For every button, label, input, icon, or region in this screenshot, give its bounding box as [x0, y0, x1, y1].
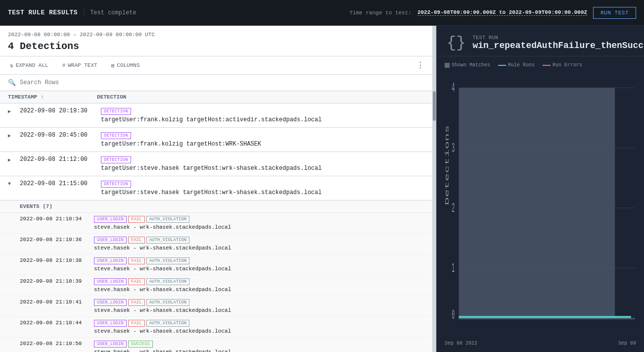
y-label-0: 0	[452, 307, 455, 322]
event-text-7: steve.hasek - wrk-shasek.stackedpads.loc…	[94, 349, 424, 352]
brace-icon: {}	[447, 34, 465, 52]
legend-rule-runs-color	[498, 65, 506, 66]
wrap-text-icon: ≡	[62, 62, 66, 68]
y-label-4: 4	[452, 81, 455, 96]
toolbar: ⇅ EXPAND ALL ≡ WRAP TEXT ⊞ COLUMNS ⋮	[0, 56, 432, 75]
columns-label: COLUMNS	[117, 62, 139, 68]
detection-text-1: targetUser:frank.kolzig targetHost:activ…	[101, 116, 424, 123]
time-range-label: Time range to test:	[350, 10, 412, 16]
chart-bar	[459, 88, 615, 318]
y-label-2: 2	[452, 201, 455, 215]
event-row-4: 2022-09-08 21:10:39 USER_LOGIN FAIL AUTH…	[0, 275, 432, 296]
event-timestamp-5: 2022-09-08 21:10:41	[20, 299, 94, 305]
chart-svg: 4 3 2 1 0 Detections	[445, 72, 636, 339]
table-body: ▶ 2022-09-08 20:19:30 DETECTION targetUs…	[0, 103, 432, 352]
detection-column-header: DETECTION	[97, 94, 424, 100]
badge-fail-3: FAIL	[128, 257, 145, 264]
y-label-3: 3	[452, 141, 455, 155]
wrap-text-button[interactable]: ≡ WRAP TEXT	[60, 61, 99, 69]
expand-icon-3[interactable]: ▶	[8, 157, 16, 163]
event-badges-4: USER_LOGIN FAIL AUTH_VIOLATION	[94, 278, 424, 285]
badge-user-login-4: USER_LOGIN	[94, 278, 127, 285]
expand-all-button[interactable]: ⇅ EXPAND ALL	[8, 61, 50, 70]
badge-fail-1: FAIL	[128, 216, 145, 223]
table-header: TIMESTAMP ↑ DETECTION	[0, 91, 432, 103]
badge-user-login-3: USER_LOGIN	[94, 257, 127, 264]
detection-row-2: ▶ 2022-09-08 20:45:00 DETECTION targetUs…	[0, 128, 432, 152]
timestamp-header-label: TIMESTAMP ↑	[8, 94, 44, 100]
left-panel: 2022-09-08 00:00:00 – 2022-09-09 00:00:0…	[0, 26, 432, 352]
page-title: TEST RULE RESULTS	[8, 9, 78, 16]
header-right: Time range to test: 2022-09-08T00:00:00.…	[350, 7, 637, 19]
badge-fail-6: FAIL	[128, 320, 145, 327]
event-text-3: steve.hasek - wrk-shasek.stackedpads.loc…	[94, 266, 424, 272]
legend-rule-runs-label: Rule Runs	[508, 62, 535, 68]
legend-shown-matches-color	[445, 63, 450, 68]
timestamp-column-header[interactable]: TIMESTAMP ↑	[8, 94, 97, 100]
event-text-4: steve.hasek - wrk-shasek.stackedpads.loc…	[94, 287, 424, 293]
expand-icon-1[interactable]: ▶	[8, 108, 16, 114]
badge-user-login-6: USER_LOGIN	[94, 320, 127, 327]
detection-text-4: targetUser:steve.hasek targetHost:wrk-sh…	[101, 189, 424, 196]
more-options-button[interactable]: ⋮	[416, 60, 424, 70]
event-text-6: steve.hasek - wrk-shasek.stackedpads.loc…	[94, 328, 424, 334]
legend-run-errors-color	[543, 65, 551, 66]
detection-row-main-2[interactable]: ▶ 2022-09-08 20:45:00 DETECTION targetUs…	[0, 128, 432, 151]
event-badges-3: USER_LOGIN FAIL AUTH_VIOLATION	[94, 257, 424, 264]
wrap-text-label: WRAP TEXT	[68, 62, 97, 68]
time-range-value: 2022-09-08T00:00:00.000Z to 2022-09-09T0…	[417, 9, 587, 16]
events-header: EVENTS (7)	[0, 201, 432, 213]
detection-row-main-1[interactable]: ▶ 2022-09-08 20:19:30 DETECTION targetUs…	[0, 103, 432, 127]
detection-row-4: ▼ 2022-09-08 21:15:00 DETECTION targetUs…	[0, 176, 432, 352]
detection-text-2: targetUser:frank.kolzig targetHost:WRK-S…	[101, 141, 424, 148]
event-text-1: steve.hasek - wrk-shasek.stackedpads.loc…	[94, 224, 424, 230]
header-divider	[84, 9, 84, 17]
top-header: TEST RULE RESULTS Test complete Time ran…	[0, 0, 644, 26]
main-layout: 2022-09-08 00:00:00 – 2022-09-09 00:00:0…	[0, 26, 644, 352]
event-timestamp-7: 2022-09-08 21:10:50	[20, 341, 94, 347]
expand-icon-2[interactable]: ▶	[8, 133, 16, 139]
run-test-button[interactable]: RUN TEST	[593, 7, 636, 19]
event-content-4: USER_LOGIN FAIL AUTH_VIOLATION steve.has…	[94, 278, 424, 293]
event-badges-5: USER_LOGIN FAIL AUTH_VIOLATION	[94, 299, 424, 306]
row-detection-content-1: DETECTION targetUser:frank.kolzig target…	[101, 107, 424, 123]
event-content-1: USER_LOGIN FAIL AUTH_VIOLATION steve.has…	[94, 216, 424, 230]
legend-shown-matches-label: Shown Matches	[452, 62, 490, 68]
event-row-6: 2022-09-08 21:10:44 USER_LOGIN FAIL AUTH…	[0, 317, 432, 338]
event-text-2: steve.hasek - wrk-shasek.stackedpads.loc…	[94, 245, 424, 251]
expand-icon-4[interactable]: ▼	[8, 181, 16, 187]
badge-fail-5: FAIL	[128, 299, 145, 306]
detection-row-main-3[interactable]: ▶ 2022-09-08 21:12:00 DETECTION targetUs…	[0, 152, 432, 176]
event-content-6: USER_LOGIN FAIL AUTH_VIOLATION steve.has…	[94, 320, 424, 334]
right-panel-header: {} TEST RUN win_repeatedAuthFailure_then…	[437, 26, 644, 56]
event-row-3: 2022-09-08 21:10:38 USER_LOGIN FAIL AUTH…	[0, 254, 432, 275]
chart-x-labels: Sep 08 2022 Sep 09	[445, 341, 636, 346]
event-content-3: USER_LOGIN FAIL AUTH_VIOLATION steve.has…	[94, 257, 424, 272]
badge-user-login-2: USER_LOGIN	[94, 237, 127, 244]
badge-fail-2: FAIL	[128, 237, 145, 244]
detection-text-3: targetUser:steve.hasek targetHost:wrk-sh…	[101, 165, 424, 172]
event-content-2: USER_LOGIN FAIL AUTH_VIOLATION steve.has…	[94, 237, 424, 251]
detection-row-3: ▶ 2022-09-08 21:12:00 DETECTION targetUs…	[0, 152, 432, 176]
event-row-5: 2022-09-08 21:10:41 USER_LOGIN FAIL AUTH…	[0, 296, 432, 317]
badge-auth-violation-3: AUTH_VIOLATION	[146, 257, 190, 264]
detection-badge-2: DETECTION	[101, 132, 131, 139]
row-detection-content-3: DETECTION targetUser:steve.hasek targetH…	[101, 156, 424, 172]
y-axis-title: Detections	[445, 125, 450, 205]
left-panel-header: 2022-09-08 00:00:00 – 2022-09-09 00:00:0…	[0, 26, 432, 56]
badge-auth-violation-4: AUTH_VIOLATION	[146, 278, 190, 285]
right-panel-subtitle: TEST RUN	[472, 35, 644, 41]
badge-user-login-7: USER_LOGIN	[94, 341, 127, 348]
detection-row-main-4[interactable]: ▼ 2022-09-08 21:15:00 DETECTION targetUs…	[0, 176, 432, 200]
expand-all-label: EXPAND ALL	[16, 62, 48, 68]
columns-button[interactable]: ⊞ COLUMNS	[109, 61, 142, 70]
event-badges-2: USER_LOGIN FAIL AUTH_VIOLATION	[94, 237, 424, 244]
right-panel: {} TEST RUN win_repeatedAuthFailure_then…	[436, 26, 644, 352]
scroll-thumb[interactable]	[433, 91, 436, 121]
search-input[interactable]	[20, 79, 424, 86]
badge-auth-violation-5: AUTH_VIOLATION	[146, 299, 190, 306]
event-timestamp-4: 2022-09-08 21:10:39	[20, 278, 94, 284]
detections-count: 4 Detections	[8, 41, 424, 52]
search-icon: 🔍	[8, 79, 16, 87]
badge-success-7: SUCCESS	[128, 341, 153, 348]
